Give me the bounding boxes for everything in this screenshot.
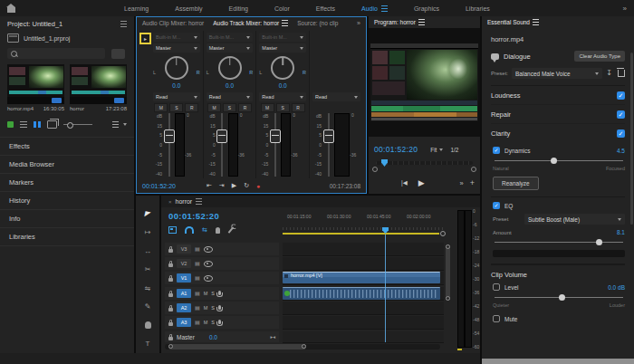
- volume-fader[interactable]: [269, 113, 281, 177]
- solo-button[interactable]: S: [223, 103, 236, 112]
- solo-button[interactable]: S: [276, 103, 290, 112]
- clear-audio-type-button[interactable]: Clear Audio Type: [574, 51, 625, 62]
- work-area-handle[interactable]: [440, 231, 446, 236]
- timeline-timecode[interactable]: 00:01:52:20: [168, 211, 219, 221]
- mute-button[interactable]: M: [207, 103, 221, 112]
- list-view-icon[interactable]: [20, 121, 27, 128]
- tab-audio-track-mixer[interactable]: Audio Track Mixer: horror: [213, 20, 288, 26]
- track-output-select[interactable]: Master: [259, 43, 306, 53]
- tab-source-monitor[interactable]: Source: (no clip: [297, 20, 338, 26]
- search-filter-button[interactable]: [111, 49, 125, 59]
- type-tool[interactable]: T: [136, 335, 159, 354]
- add-button[interactable]: +: [470, 178, 475, 187]
- eq-preset-select[interactable]: Subtle Boost (Male): [524, 214, 625, 225]
- timeline-settings-icon[interactable]: [228, 226, 235, 233]
- mute-checkbox[interactable]: [493, 315, 500, 322]
- track-select-forward-tool[interactable]: ↦: [136, 224, 159, 243]
- solo-button[interactable]: S: [169, 103, 183, 112]
- workspace-tab-effects[interactable]: Effects: [316, 5, 335, 12]
- slider-handle[interactable]: [559, 294, 565, 301]
- program-timecode[interactable]: 00:01:52:20: [374, 145, 418, 154]
- sync-lock-icon[interactable]: ▤: [195, 291, 200, 296]
- zoom-level-select[interactable]: Fit: [430, 147, 443, 153]
- track-header-v1[interactable]: V1 ▤: [165, 272, 279, 284]
- pan-value[interactable]: 0.0: [207, 82, 254, 91]
- track-output-eye-icon[interactable]: [204, 275, 213, 282]
- volume-fader[interactable]: [322, 113, 334, 177]
- tab-sequence-horror[interactable]: horror: [176, 198, 193, 205]
- pan-knob[interactable]: LR: [153, 55, 200, 82]
- clip-name[interactable]: horror: [70, 106, 84, 111]
- tab-overflow-button[interactable]: »: [357, 20, 360, 26]
- fader-handle[interactable]: [216, 129, 227, 143]
- workspace-overflow-button[interactable]: »: [623, 5, 627, 13]
- track-content-v2[interactable]: [283, 257, 444, 271]
- repair-section[interactable]: Repair: [491, 105, 625, 124]
- workspace-menu-icon[interactable]: [381, 5, 388, 12]
- automation-mode-select[interactable]: Read: [207, 92, 254, 101]
- track-header-v3[interactable]: V3 ▤: [165, 243, 279, 255]
- loudness-section[interactable]: Loudness: [491, 86, 625, 105]
- voiceover-record-icon[interactable]: [218, 291, 221, 295]
- loudness-checkbox[interactable]: [617, 91, 625, 100]
- preset-select[interactable]: Balanced Male Voice: [512, 68, 602, 79]
- mute-button[interactable]: M: [204, 320, 208, 325]
- pan-knob[interactable]: LR: [207, 55, 254, 82]
- ripple-edit-tool[interactable]: ↔: [136, 242, 159, 261]
- automation-mode-select[interactable]: Read: [312, 92, 360, 101]
- zoom-handle-top[interactable]: [446, 244, 450, 249]
- eq-checkbox[interactable]: [493, 202, 500, 209]
- icon-view-icon[interactable]: [34, 121, 41, 128]
- lock-icon[interactable]: [168, 337, 173, 340]
- track-content-v3[interactable]: [283, 243, 444, 256]
- zoom-handle-bottom[interactable]: [446, 296, 450, 301]
- go-to-out-button[interactable]: ⇥: [219, 182, 225, 189]
- keyframe-nav-icon[interactable]: ▸◂: [270, 334, 275, 340]
- audio-clip[interactable]: [283, 287, 440, 300]
- save-preset-icon[interactable]: ↧: [606, 70, 612, 77]
- sidebar-item-media-browser[interactable]: Media Browser: [0, 155, 134, 173]
- step-back-button[interactable]: |◀: [401, 179, 408, 187]
- track-output-eye-icon[interactable]: [204, 261, 213, 267]
- workspace-tab-assembly[interactable]: Assembly: [175, 5, 202, 12]
- clarity-checkbox[interactable]: [617, 129, 625, 138]
- workspace-tab-libraries[interactable]: Libraries: [466, 5, 490, 12]
- horizontal-scrollbar[interactable]: [165, 344, 440, 350]
- track-header-a2[interactable]: A2 ▤ M S: [165, 302, 279, 314]
- dynamics-slider[interactable]: [493, 158, 625, 164]
- track-target-badge[interactable]: A2: [177, 303, 191, 312]
- sync-lock-icon[interactable]: ▤: [195, 320, 200, 325]
- clarity-section[interactable]: Clarity: [491, 124, 625, 142]
- sort-icon[interactable]: [112, 121, 119, 128]
- sync-lock-icon[interactable]: ▤: [195, 305, 200, 311]
- sidebar-item-libraries[interactable]: Libraries: [0, 227, 134, 246]
- panel-menu-icon[interactable]: [282, 20, 288, 26]
- play-button[interactable]: ▶: [232, 182, 236, 189]
- lock-icon[interactable]: [168, 293, 173, 297]
- master-volume-value[interactable]: 0.0: [209, 334, 217, 340]
- sidebar-item-info[interactable]: Info: [0, 209, 134, 227]
- voiceover-record-icon[interactable]: [218, 320, 221, 324]
- track-output-select[interactable]: Master: [207, 43, 254, 53]
- playback-resolution-select[interactable]: 1/2: [450, 147, 463, 153]
- scrollbar-thumb[interactable]: [446, 244, 450, 301]
- track-target-badge[interactable]: V3: [177, 244, 191, 254]
- chevron-down-icon[interactable]: [123, 123, 127, 126]
- mixer-timecode[interactable]: 00:01:52:20: [142, 183, 176, 189]
- clip-thumbnail[interactable]: [7, 64, 64, 104]
- project-writable-icon[interactable]: [7, 121, 14, 128]
- mute-button[interactable]: M: [154, 103, 168, 112]
- slip-tool[interactable]: ⇋: [136, 279, 159, 298]
- project-file-row[interactable]: Untitled_1.prproj: [0, 31, 134, 45]
- record-arm-button[interactable]: R: [292, 103, 305, 112]
- slider-handle[interactable]: [596, 239, 602, 245]
- close-icon[interactable]: ×: [168, 199, 172, 205]
- mute-button[interactable]: M: [204, 291, 208, 296]
- solo-button[interactable]: S: [211, 291, 215, 296]
- razor-tool[interactable]: ✂: [136, 261, 159, 280]
- time-ruler[interactable]: 00:01:15:00 00:01:30:00 00:01:45:00 00:0…: [283, 211, 444, 233]
- voiceover-record-icon[interactable]: [218, 305, 221, 310]
- track-output-select[interactable]: Master: [153, 43, 200, 53]
- dynamics-value[interactable]: 4.5: [617, 148, 625, 154]
- tab-essential-sound[interactable]: Essential Sound: [487, 19, 539, 25]
